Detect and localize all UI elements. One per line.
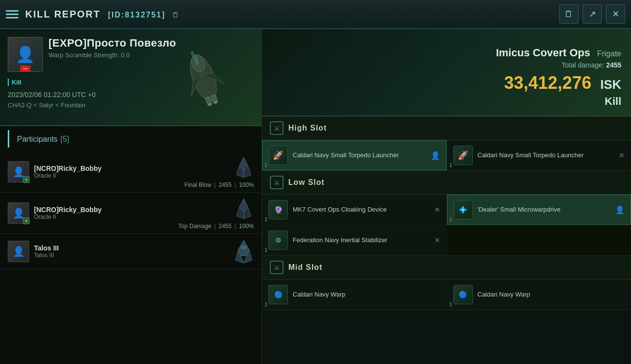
module-icon: 🔮 bbox=[268, 200, 288, 219]
module-icon: 🔵 bbox=[268, 285, 288, 304]
module-icon: 🚀 bbox=[453, 146, 473, 165]
participant-info: [NCRO]Ricky_Bobby Oracle II bbox=[34, 206, 173, 220]
high-slot-icon: ⚔ bbox=[270, 121, 283, 135]
participant-info: Talos III Talos III bbox=[34, 244, 229, 259]
module-name: MK7 Covert Ops Cloaking Device bbox=[293, 206, 430, 214]
module-name: Caldari Navy Small Torpedo Launcher bbox=[478, 151, 614, 160]
module-name: Caldari Navy Warp bbox=[293, 291, 440, 299]
victim-section: 👤 — [EXPO]Просто Повезло Warp Scramble S… bbox=[0, 29, 262, 126]
list-item[interactable]: 👤 ★ [NCRO]Ricky_Bobby Oracle II bbox=[0, 193, 262, 234]
ship-class: Imicus Covert Ops Frigate bbox=[496, 47, 621, 59]
participant-name: [NCRO]Ricky_Bobby bbox=[34, 165, 180, 172]
participant-name: Talos III bbox=[34, 244, 229, 252]
avatar-badge: — bbox=[20, 66, 31, 71]
participants-count: [5] bbox=[61, 135, 69, 144]
module-name: 'Dealer' Small Microwarpdrive bbox=[478, 206, 611, 214]
menu-icon[interactable] bbox=[6, 10, 18, 18]
participant-avatar: 👤 bbox=[8, 241, 29, 262]
mid-slot-items: 1 🔵 Caldari Navy Warp 1 🔵 Caldari Navy W… bbox=[262, 280, 631, 310]
remove-icon[interactable]: ✕ bbox=[434, 236, 440, 244]
ship-icon bbox=[233, 197, 254, 221]
module-name: Federation Navy Inertial Stabilizer bbox=[293, 236, 430, 245]
module-name: Caldari Navy Warp bbox=[478, 291, 625, 299]
module-icon: 🔵 bbox=[453, 285, 473, 304]
report-id: [ID:8132751] bbox=[108, 11, 166, 19]
module-icon: 🚀 bbox=[268, 146, 288, 165]
rank-star: ★ bbox=[23, 176, 30, 183]
svg-point-23 bbox=[241, 246, 247, 249]
remove-icon[interactable]: ✕ bbox=[619, 151, 625, 159]
slot-item[interactable]: 1 🚀 Caldari Navy Small Torpedo Launcher … bbox=[262, 140, 447, 170]
participant-stats: Top Damage | 2455 | 100% bbox=[178, 223, 254, 230]
low-slot-title: Low Slot bbox=[288, 178, 325, 187]
low-slot-items: 1 🔮 MK7 Covert Ops Cloaking Device ✕ 1 💠… bbox=[262, 195, 631, 255]
copy-icon[interactable]: 🗒 bbox=[172, 11, 180, 19]
module-icon: 💠 bbox=[453, 200, 473, 219]
ship-info-bar: Imicus Covert Ops Frigate Total damage: … bbox=[262, 29, 631, 116]
right-panel: Imicus Covert Ops Frigate Total damage: … bbox=[262, 29, 631, 364]
main-content: 👤 — [EXPO]Просто Повезло Warp Scramble S… bbox=[0, 29, 631, 364]
slot-item[interactable]: 1 🔮 MK7 Covert Ops Cloaking Device ✕ bbox=[262, 195, 447, 225]
module-icon: ⚙ bbox=[268, 231, 288, 250]
participants-list: 👤 ★ [NCRO]Ricky_Bobby Oracle II bbox=[0, 151, 262, 364]
slot-item[interactable]: 1 💠 'Dealer' Small Microwarpdrive 👤 bbox=[447, 195, 631, 225]
mid-slot-header: ⚔ Mid Slot bbox=[262, 256, 631, 280]
list-item[interactable]: 👤 Talos III Talos III bbox=[0, 234, 262, 269]
participant-info: [NCRO]Ricky_Bobby Oracle II bbox=[34, 165, 180, 179]
high-slot-header: ⚔ High Slot bbox=[262, 116, 631, 140]
participant-avatar: 👤 ★ bbox=[8, 161, 29, 182]
slot-item[interactable]: 1 🚀 Caldari Navy Small Torpedo Launcher … bbox=[447, 140, 631, 170]
header-actions: 🗒 ↗ ✕ bbox=[559, 4, 625, 24]
participant-name: [NCRO]Ricky_Bobby bbox=[34, 206, 173, 214]
page-title: KILL REPORT [ID:8132751] 🗒 bbox=[25, 9, 559, 20]
mid-slot-icon: ⚔ bbox=[270, 261, 283, 274]
report-button[interactable]: 🗒 bbox=[559, 4, 579, 24]
ship-icon bbox=[233, 155, 254, 180]
app-header: KILL REPORT [ID:8132751] 🗒 🗒 ↗ ✕ bbox=[0, 0, 631, 29]
low-slot-icon: ⚔ bbox=[270, 176, 283, 189]
victim-avatar: 👤 — bbox=[8, 37, 43, 72]
mid-slot-section: ⚔ Mid Slot 1 🔵 Caldari Navy Warp 1 🔵 Cal… bbox=[262, 256, 631, 310]
remove-icon[interactable]: ✕ bbox=[434, 206, 440, 214]
low-slot-section: ⚔ Low Slot 1 🔮 MK7 Covert Ops Cloaking D… bbox=[262, 171, 631, 256]
slot-item[interactable]: 1 ⚙ Federation Navy Inertial Stabilizer … bbox=[262, 225, 447, 255]
ship-total-damage: Total damage: 2455 bbox=[562, 61, 621, 69]
participant-ship: Oracle II bbox=[34, 172, 180, 179]
svg-rect-11 bbox=[191, 51, 195, 58]
participant-ship: Talos III bbox=[34, 252, 229, 259]
export-button[interactable]: ↗ bbox=[582, 4, 602, 24]
ship-image bbox=[155, 39, 252, 116]
participant-ship: Oracle II bbox=[34, 214, 173, 220]
close-button[interactable]: ✕ bbox=[606, 4, 625, 24]
person-icon[interactable]: 👤 bbox=[615, 205, 625, 215]
high-slot-items: 1 🚀 Caldari Navy Small Torpedo Launcher … bbox=[262, 140, 631, 170]
slot-item-empty bbox=[447, 225, 631, 255]
high-slot-section: ⚔ High Slot 1 🚀 Caldari Navy Small Torpe… bbox=[262, 116, 631, 171]
list-item[interactable]: 👤 ★ [NCRO]Ricky_Bobby Oracle II bbox=[0, 151, 262, 193]
person-icon[interactable]: 👤 bbox=[431, 151, 440, 160]
slot-item[interactable]: 1 🔵 Caldari Navy Warp bbox=[262, 280, 447, 310]
mid-slot-title: Mid Slot bbox=[288, 263, 322, 272]
ship-icon bbox=[233, 238, 254, 265]
ship-isk-value: 33,412,276 ISK bbox=[504, 73, 621, 93]
ship-result: Kill bbox=[605, 95, 621, 108]
participant-stats: Final Blow | 2455 | 100% bbox=[184, 182, 254, 188]
high-slot-title: High Slot bbox=[288, 124, 327, 132]
participant-avatar: 👤 ★ bbox=[8, 202, 29, 224]
participants-section: Participants [5] bbox=[0, 126, 262, 151]
low-slot-header: ⚔ Low Slot bbox=[262, 171, 631, 195]
module-name: Caldari Navy Small Torpedo Launcher bbox=[293, 151, 426, 160]
rank-star: ★ bbox=[23, 217, 30, 224]
left-panel: 👤 — [EXPO]Просто Повезло Warp Scramble S… bbox=[0, 29, 262, 364]
slot-item[interactable]: 1 🔵 Caldari Navy Warp bbox=[447, 280, 631, 310]
participants-header: Participants [5] bbox=[8, 130, 254, 148]
fit-panel: ⚔ High Slot 1 🚀 Caldari Navy Small Torpe… bbox=[262, 116, 631, 364]
